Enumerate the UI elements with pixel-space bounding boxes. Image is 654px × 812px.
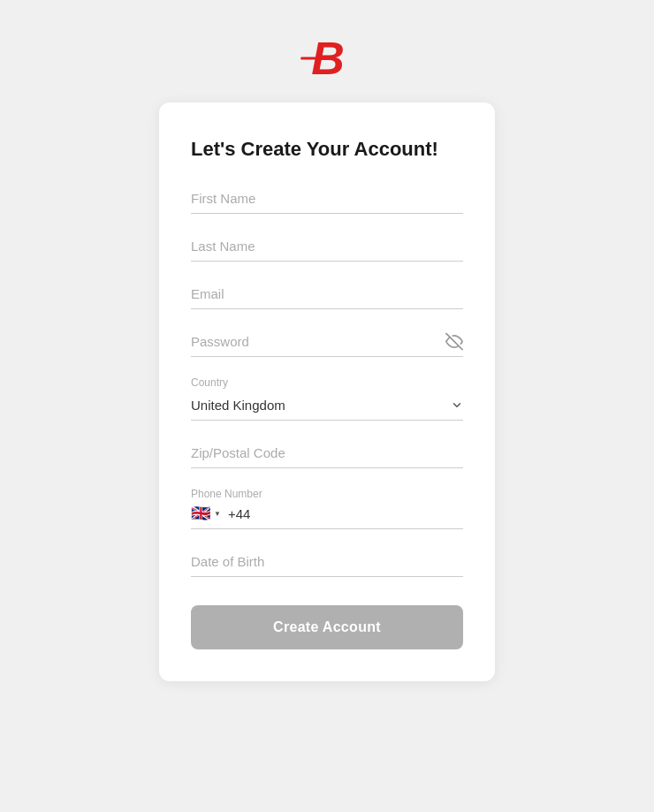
signup-card: Let's Create Your Account! Country	[159, 102, 495, 681]
phone-flag-caret-icon: ▼	[214, 510, 221, 518]
dob-group	[191, 549, 463, 577]
phone-group: Phone Number 🇬🇧 ▼ +44	[191, 488, 463, 529]
phone-input-row: 🇬🇧 ▼ +44	[191, 505, 463, 529]
logo-container: B	[311, 35, 343, 81]
brand-logo: B	[311, 35, 343, 81]
dob-input[interactable]	[191, 549, 463, 577]
create-account-button[interactable]: Create Account	[191, 605, 463, 649]
card-title: Let's Create Your Account!	[191, 138, 463, 161]
password-group	[191, 329, 463, 357]
password-wrapper	[191, 329, 463, 357]
first-name-input[interactable]	[191, 186, 463, 214]
password-input[interactable]	[191, 329, 463, 357]
uk-flag-icon: 🇬🇧	[191, 505, 210, 521]
zip-input[interactable]	[191, 440, 463, 468]
email-input[interactable]	[191, 281, 463, 309]
first-name-group	[191, 186, 463, 214]
country-group: Country United Kingdom United States Can…	[191, 376, 463, 421]
phone-input[interactable]	[257, 506, 463, 521]
last-name-input[interactable]	[191, 233, 463, 262]
country-select[interactable]: United Kingdom United States Canada Aust…	[191, 392, 463, 420]
phone-flag-selector[interactable]: 🇬🇧 ▼	[191, 505, 221, 521]
zip-group	[191, 440, 463, 468]
phone-code: +44	[228, 506, 250, 521]
country-select-wrapper: United Kingdom United States Canada Aust…	[191, 392, 463, 421]
email-group	[191, 281, 463, 309]
toggle-password-icon[interactable]	[445, 333, 463, 353]
phone-label: Phone Number	[191, 488, 463, 500]
country-label: Country	[191, 376, 463, 389]
last-name-group	[191, 233, 463, 262]
